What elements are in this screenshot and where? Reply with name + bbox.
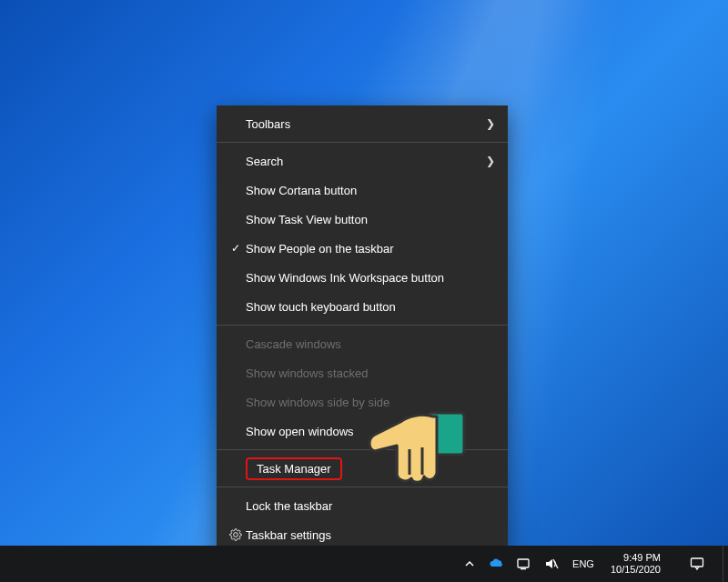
menu-item-show-windows-stacked: Show windows stacked: [217, 358, 508, 387]
menu-label: Show touch keyboard button: [246, 300, 495, 314]
taskbar-context-menu: Toolbars ❯ Search ❯ Show Cortana button …: [217, 105, 508, 553]
menu-item-task-manager[interactable]: Task Manager: [217, 454, 508, 483]
menu-item-show-ink-workspace[interactable]: Show Windows Ink Workspace button: [217, 263, 508, 292]
language-indicator[interactable]: ENG: [571, 558, 596, 569]
menu-item-lock-taskbar[interactable]: Lock the taskbar: [217, 491, 508, 520]
menu-label: Show Windows Ink Workspace button: [246, 271, 495, 285]
gear-icon: [226, 528, 246, 541]
menu-label: Show Cortana button: [246, 184, 495, 197]
menu-item-cascade-windows: Cascade windows: [217, 329, 508, 358]
menu-item-show-cortana[interactable]: Show Cortana button: [217, 176, 508, 205]
svg-rect-2: [521, 568, 526, 569]
menu-label: Show open windows: [246, 425, 495, 438]
annotation-highlight: Task Manager: [246, 457, 342, 480]
menu-item-show-task-view[interactable]: Show Task View button: [217, 205, 508, 234]
svg-rect-4: [692, 558, 703, 567]
menu-item-show-touch-keyboard[interactable]: Show touch keyboard button: [217, 292, 508, 321]
menu-label: Search: [246, 155, 486, 168]
menu-separator: [217, 142, 508, 143]
volume-icon[interactable]: [543, 556, 560, 572]
clock-time: 9:49 PM: [623, 552, 661, 564]
menu-item-toolbars[interactable]: Toolbars ❯: [217, 109, 508, 138]
show-desktop-button[interactable]: [723, 546, 728, 582]
check-icon: ✓: [226, 242, 246, 255]
menu-item-search[interactable]: Search ❯: [217, 146, 508, 176]
system-tray: ENG 9:49 PM 10/15/2020: [454, 546, 723, 582]
svg-rect-1: [518, 559, 529, 567]
menu-label: Taskbar settings: [246, 528, 495, 542]
menu-label: Lock the taskbar: [246, 499, 495, 513]
menu-label: Show windows stacked: [246, 366, 495, 380]
menu-item-show-windows-side-by-side: Show windows side by side: [217, 387, 508, 416]
menu-label: Show windows side by side: [246, 396, 495, 409]
menu-item-show-open-windows[interactable]: Show open windows: [217, 416, 508, 446]
menu-label: Cascade windows: [246, 337, 495, 351]
menu-label: Task Manager: [257, 462, 331, 476]
onedrive-icon[interactable]: [489, 556, 505, 572]
svg-line-3: [553, 559, 558, 568]
menu-separator: [217, 449, 508, 450]
chevron-right-icon: ❯: [486, 155, 495, 167]
taskbar[interactable]: ENG 9:49 PM 10/15/2020: [0, 546, 728, 582]
menu-item-show-people[interactable]: ✓ Show People on the taskbar: [217, 234, 508, 263]
clock[interactable]: 9:49 PM 10/15/2020: [607, 552, 668, 576]
menu-separator: [217, 487, 508, 487]
tray-overflow-icon[interactable]: [461, 556, 478, 572]
menu-label: Show People on the taskbar: [246, 242, 495, 256]
clock-date: 10/15/2020: [611, 564, 661, 576]
network-icon[interactable]: [516, 556, 532, 572]
menu-label: Show Task View button: [246, 213, 495, 226]
menu-label: Toolbars: [246, 117, 486, 131]
menu-separator: [217, 325, 508, 326]
action-center-icon[interactable]: [679, 546, 715, 582]
chevron-right-icon: ❯: [486, 117, 495, 130]
